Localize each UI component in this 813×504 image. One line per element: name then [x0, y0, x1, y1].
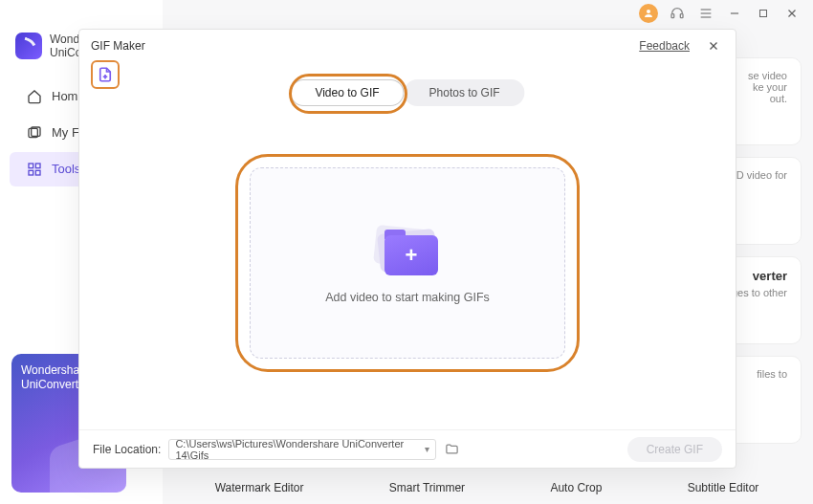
- svg-point-0: [647, 10, 650, 13]
- file-location-input[interactable]: C:\Users\ws\Pictures\Wondershare UniConv…: [168, 439, 436, 460]
- feedback-link[interactable]: Feedback: [639, 39, 690, 53]
- add-file-button[interactable]: [91, 60, 120, 89]
- tool-link[interactable]: Smart Trimmer: [389, 481, 465, 494]
- svg-rect-12: [29, 164, 33, 168]
- video-dropzone[interactable]: + Add video to start making GIFs: [250, 167, 565, 359]
- svg-rect-7: [760, 11, 767, 17]
- gif-maker-modal: GIF Maker Feedback Video to GIF Photos t…: [78, 29, 736, 469]
- add-folder-icon: +: [373, 222, 442, 275]
- svg-rect-15: [35, 170, 40, 175]
- user-avatar-icon[interactable]: [639, 4, 658, 23]
- sidebar-item-label: Tools: [52, 162, 80, 176]
- svg-rect-2: [680, 14, 683, 18]
- files-icon: [27, 125, 42, 141]
- dropzone-text: Add video to start making GIFs: [325, 291, 490, 304]
- dropzone-highlight: + Add video to start making GIFs: [235, 154, 580, 372]
- tool-name-row: Watermark Editor Smart Trimmer Auto Crop…: [172, 481, 802, 494]
- svg-rect-13: [35, 164, 40, 168]
- tab-video-to-gif[interactable]: Video to GIF: [290, 79, 404, 106]
- grid-icon: [27, 162, 42, 177]
- svg-rect-1: [671, 14, 674, 18]
- tool-link[interactable]: Auto Crop: [550, 481, 602, 494]
- home-icon: [27, 89, 42, 104]
- browse-folder-button[interactable]: [444, 442, 459, 457]
- hamburger-icon[interactable]: [696, 4, 715, 23]
- modal-close-button[interactable]: [703, 37, 724, 55]
- headset-icon[interactable]: [668, 4, 687, 23]
- svg-rect-14: [29, 170, 33, 175]
- tool-link[interactable]: Subtitle Editor: [688, 481, 759, 494]
- tab-photos-to-gif[interactable]: Photos to GIF: [405, 79, 525, 106]
- maximize-button[interactable]: [754, 4, 773, 23]
- create-gif-button[interactable]: Create GIF: [627, 437, 722, 462]
- tool-link[interactable]: Watermark Editor: [215, 481, 304, 494]
- minimize-button[interactable]: [725, 4, 744, 23]
- mode-tabs: Video to GIF Photos to GIF: [290, 79, 524, 106]
- close-button[interactable]: [782, 4, 802, 23]
- file-location-value: C:\Users\ws\Pictures\Wondershare UniConv…: [175, 438, 419, 461]
- modal-footer: File Location: C:\Users\ws\Pictures\Wond…: [79, 429, 736, 468]
- chevron-down-icon: ▾: [419, 444, 429, 454]
- file-location-label: File Location:: [93, 443, 161, 456]
- modal-header: GIF Maker Feedback: [79, 30, 736, 58]
- app-logo-icon: [15, 33, 42, 59]
- modal-title: GIF Maker: [91, 39, 145, 53]
- main-titlebar: [639, 0, 813, 27]
